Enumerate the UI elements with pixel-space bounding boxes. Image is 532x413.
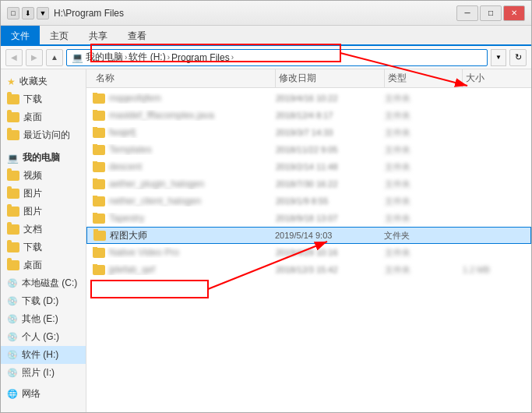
folder-icon (7, 112, 19, 122)
table-row[interactable]: Native Video Pro 2019/4/29 10:16 文件夹 (86, 244, 531, 261)
file-date: 2018/12/3 15:42 (276, 265, 385, 274)
address-path[interactable]: 💻 我的电脑 › 软件 (H:) › Program Files › (66, 49, 488, 66)
table-row-highlighted[interactable]: 程图大师 2019/5/14 9:03 文件夹 (86, 227, 531, 244)
table-row[interactable]: Tapestry 2018/9/18 13:07 文件夹 (86, 210, 531, 227)
file-date: 2019/4/16 10:22 (276, 94, 385, 103)
file-type: 文件夹 (385, 161, 463, 173)
folder-icon (93, 231, 106, 241)
folder-icon (93, 145, 105, 155)
folder-icon (7, 171, 19, 181)
file-type: 文件夹 (384, 230, 462, 242)
file-type: 文件夹 (385, 264, 463, 276)
sidebar-item-drive-i[interactable]: 💿 照片 (I:) (1, 364, 86, 382)
sidebar-item-downloads1[interactable]: 下载 (1, 90, 86, 108)
sidebar-item-desktop1[interactable]: 桌面 (1, 108, 86, 126)
title-bar: □ ⬇ ▼ H:\Program Files ─ □ ✕ (1, 1, 531, 26)
folder-icon (93, 162, 105, 172)
col-date[interactable]: 修改日期 (276, 69, 385, 87)
quick-access-icon1[interactable]: □ (7, 7, 19, 19)
file-name: Native Video Pro (93, 247, 276, 258)
folder-icon (93, 128, 105, 138)
folder-icon (93, 248, 105, 258)
sidebar-item-local-c[interactable]: 💿 本地磁盘 (C:) (1, 274, 86, 292)
minimize-button[interactable]: ─ (456, 5, 478, 21)
file-type: 文件夹 (385, 93, 463, 104)
tab-file[interactable]: 文件 (1, 26, 40, 44)
refresh-button[interactable]: ↻ (509, 49, 527, 66)
sidebar-item-recent[interactable]: 最近访问的 (1, 126, 86, 144)
sidebar-item-drive-d[interactable]: 💿 下载 (D:) (1, 292, 86, 310)
path-arrow-1: › (125, 53, 127, 62)
sidebar-computer-header: 💻 我的电脑 (1, 149, 86, 167)
network-icon: 🌐 (7, 389, 18, 399)
table-row[interactable]: fwajefj 2019/3/7 14:33 文件夹 (86, 124, 531, 141)
tab-view[interactable]: 查看 (118, 26, 157, 44)
main-area: ★ 收藏夹 下载 桌面 最近访问的 💻 我的电脑 (1, 69, 531, 412)
folder-icon (7, 260, 19, 270)
table-row[interactable]: nether_client_halogen 2019/1/9 8:55 文件夹 (86, 192, 531, 210)
tab-share[interactable]: 共享 (79, 26, 118, 44)
sidebar-item-drive-g[interactable]: 💿 个人 (G:) (1, 328, 86, 346)
file-date: 2018/9/18 13:07 (276, 214, 385, 223)
folder-icon (7, 189, 19, 199)
file-name: Tapestry (93, 213, 276, 224)
col-name[interactable]: 名称 (93, 69, 276, 87)
file-name: jjdefab_qef (93, 264, 276, 275)
sidebar-item-desktop2[interactable]: 桌面 (1, 256, 86, 274)
sidebar-item-drive-e[interactable]: 💿 其他 (E:) (1, 310, 86, 328)
file-type: 文件夹 (385, 127, 463, 139)
file-name: mqqeofqfem (93, 93, 276, 104)
file-type: 文件夹 (385, 144, 463, 156)
maximize-button[interactable]: □ (480, 5, 502, 21)
table-row[interactable]: mqqeofqfem 2019/4/16 10:22 文件夹 (86, 90, 531, 107)
sidebar-item-network[interactable]: 🌐 网络 (1, 385, 86, 403)
file-date: 2018/7/30 16:22 (276, 179, 385, 189)
col-size[interactable]: 大小 (463, 69, 525, 87)
table-row[interactable]: Templates 2018/11/22 9:05 文件夹 (86, 141, 531, 158)
folder-icon (7, 94, 19, 104)
drive-icon: 💿 (7, 350, 18, 360)
back-button[interactable]: ◀ (5, 49, 23, 66)
sidebar-item-pictures2[interactable]: 图片 (1, 203, 86, 221)
folder-icon (7, 130, 19, 140)
quick-access-icon2[interactable]: ⬇ (22, 7, 34, 19)
quick-access-icon3[interactable]: ▼ (37, 7, 49, 19)
file-name: descent (93, 161, 276, 172)
title-bar-icons: □ ⬇ ▼ (7, 7, 49, 19)
path-segment-computer: 我的电脑 (86, 51, 123, 64)
file-type: 文件夹 (385, 178, 463, 190)
sidebar: ★ 收藏夹 下载 桌面 最近访问的 💻 我的电脑 (1, 69, 86, 412)
file-date: 2018/11/22 9:05 (276, 145, 385, 154)
folder-icon (7, 242, 19, 252)
table-row[interactable]: descent 2019/2/14 11:48 文件夹 (86, 158, 531, 175)
file-date: 2019/3/7 14:33 (276, 128, 385, 137)
file-type: 文件夹 (385, 213, 463, 224)
file-type: 文件夹 (385, 196, 463, 207)
table-row[interactable]: aether_plugin_halogen 2018/7/30 16:22 文件… (86, 175, 531, 192)
sidebar-item-drive-h[interactable]: 💿 软件 (H:) (1, 346, 86, 364)
star-icon: ★ (7, 76, 16, 87)
drive-icon: 💿 (7, 296, 18, 306)
folder-icon (93, 265, 105, 275)
file-name: aether_plugin_halogen (93, 178, 276, 189)
file-type: 文件夹 (385, 247, 463, 259)
file-list-area: 名称 修改日期 类型 大小 (86, 69, 531, 412)
close-button[interactable]: ✕ (503, 5, 525, 21)
file-list: mqqeofqfem 2019/4/16 10:22 文件夹 masldef_f… (86, 88, 531, 412)
address-dropdown[interactable]: ▼ (491, 49, 506, 66)
sidebar-item-documents[interactable]: 文档 (1, 221, 86, 238)
file-date: 2019/1/9 8:55 (276, 196, 385, 206)
sidebar-item-downloads2[interactable]: 下载 (1, 238, 86, 256)
tab-home[interactable]: 主页 (40, 26, 79, 44)
forward-button[interactable]: ▶ (26, 49, 43, 66)
col-type[interactable]: 类型 (385, 69, 463, 87)
table-row[interactable]: jjdefab_qef 2018/12/3 15:42 文件夹 1.2 MB (86, 261, 531, 278)
sidebar-item-pictures1[interactable]: 图片 (1, 185, 86, 203)
table-row[interactable]: masldef_fffacomplex.java 2018/12/4 8:17 … (86, 107, 531, 124)
sidebar-item-video[interactable]: 视频 (1, 167, 86, 185)
up-button[interactable]: ▲ (46, 49, 63, 66)
sidebar-favorites-header: ★ 收藏夹 (1, 72, 86, 90)
file-size: 1.2 MB (463, 265, 525, 274)
window-title: H:\Program Files (54, 8, 124, 19)
file-name-highlighted: 程图大师 (93, 229, 275, 242)
